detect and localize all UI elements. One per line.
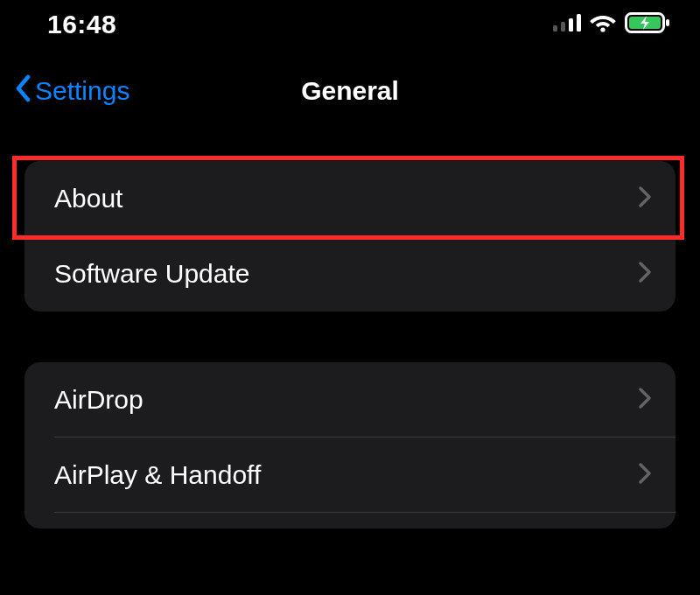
settings-group-1: About Software Update: [24, 161, 676, 312]
page-title: General: [301, 76, 399, 106]
svg-rect-7: [666, 19, 669, 26]
row-airplay-handoff[interactable]: AirPlay & Handoff: [24, 438, 676, 513]
svg-point-4: [600, 27, 605, 32]
content-area: About Software Update AirDrop AirPlay & …: [0, 116, 700, 528]
row-label: About: [54, 184, 122, 214]
settings-group-2: AirDrop AirPlay & Handoff: [24, 362, 676, 528]
row-partial[interactable]: [24, 513, 676, 528]
chevron-right-icon: [639, 460, 651, 490]
row-software-update[interactable]: Software Update: [24, 236, 676, 312]
status-time: 16:48: [47, 10, 116, 39]
row-airdrop[interactable]: AirDrop: [24, 362, 676, 438]
svg-rect-2: [569, 18, 573, 32]
nav-bar: Settings General: [0, 66, 700, 116]
row-label: Software Update: [54, 259, 249, 289]
svg-rect-1: [561, 22, 565, 32]
status-indicators: [553, 12, 670, 37]
cellular-signal-icon: [553, 14, 581, 35]
chevron-left-icon: [14, 74, 32, 108]
back-button[interactable]: Settings: [14, 74, 130, 108]
row-label: AirDrop: [54, 385, 144, 415]
row-label: AirPlay & Handoff: [54, 460, 261, 490]
chevron-right-icon: [639, 259, 651, 289]
battery-charging-icon: [625, 12, 670, 37]
svg-rect-0: [553, 25, 557, 32]
back-label: Settings: [35, 76, 130, 106]
chevron-right-icon: [639, 385, 651, 415]
wifi-icon: [590, 13, 616, 36]
row-about[interactable]: About: [24, 161, 676, 236]
status-bar: 16:48: [0, 0, 700, 49]
svg-rect-3: [577, 14, 581, 32]
chevron-right-icon: [639, 184, 651, 214]
